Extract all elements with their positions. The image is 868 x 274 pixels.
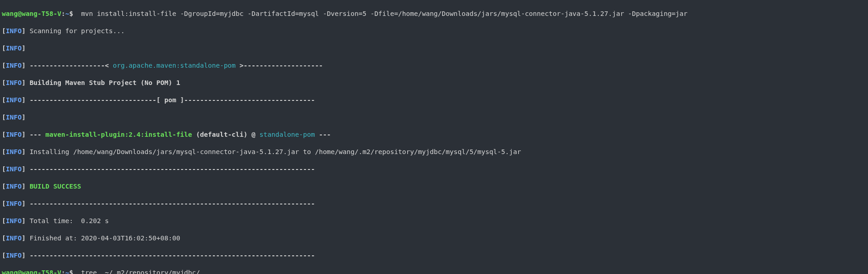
prompt-colon: : — [61, 10, 65, 17]
info-line-sep: [INFO] ---------------------------------… — [2, 165, 866, 174]
maven-ga: org.apache.maven:standalone-pom — [113, 62, 236, 69]
prompt-dollar: $ — [69, 10, 77, 17]
terminal[interactable]: wang@wang-T58-V:~$ mvn install:install-f… — [0, 0, 868, 274]
info-line-scan: [INFO] Scanning for projects... — [2, 27, 866, 35]
build-success: BUILD SUCCESS — [30, 183, 81, 190]
info-line-install: [INFO] Installing /home/wang/Downloads/j… — [2, 148, 866, 156]
cmd-line-2: wang@wang-T58-V:~$ tree ~/.m2/repository… — [2, 269, 866, 274]
prompt-user: wang — [2, 10, 18, 17]
info-line-header: [INFO] -------------------< org.apache.m… — [2, 61, 866, 70]
info-line-finished: [INFO] Finished at: 2020-04-03T16:02:50+… — [2, 234, 866, 243]
info-line-stub: [INFO] Building Maven Stub Project (No P… — [2, 79, 866, 87]
info-line-empty: [INFO] — [2, 44, 866, 53]
info-line-plugin: [INFO] --- maven-install-plugin:2.4:inst… — [2, 130, 866, 139]
cmd-line-1: wang@wang-T58-V:~$ mvn install:install-f… — [2, 10, 866, 18]
info-line-sep: [INFO] ---------------------------------… — [2, 251, 866, 260]
plugin-project: standalone-pom — [259, 131, 315, 138]
info-line-empty: [INFO] — [2, 113, 866, 122]
info-line-total: [INFO] Total time: 0.202 s — [2, 217, 866, 225]
info-line-build-success: [INFO] BUILD SUCCESS — [2, 182, 866, 191]
info-line-sep: [INFO] ---------------------------------… — [2, 199, 866, 208]
prompt-at: @ — [18, 10, 22, 17]
info-line-pom: [INFO] --------------------------------[… — [2, 96, 866, 105]
cmd2-text: tree ~/.m2/repository/myjdbc/ — [77, 269, 200, 274]
plugin-name: maven-install-plugin:2.4:install-file — [45, 131, 192, 138]
prompt-host: wang-T58-V — [22, 10, 61, 17]
cmd1-text: mvn install:install-file -DgroupId=myjdb… — [77, 10, 687, 17]
